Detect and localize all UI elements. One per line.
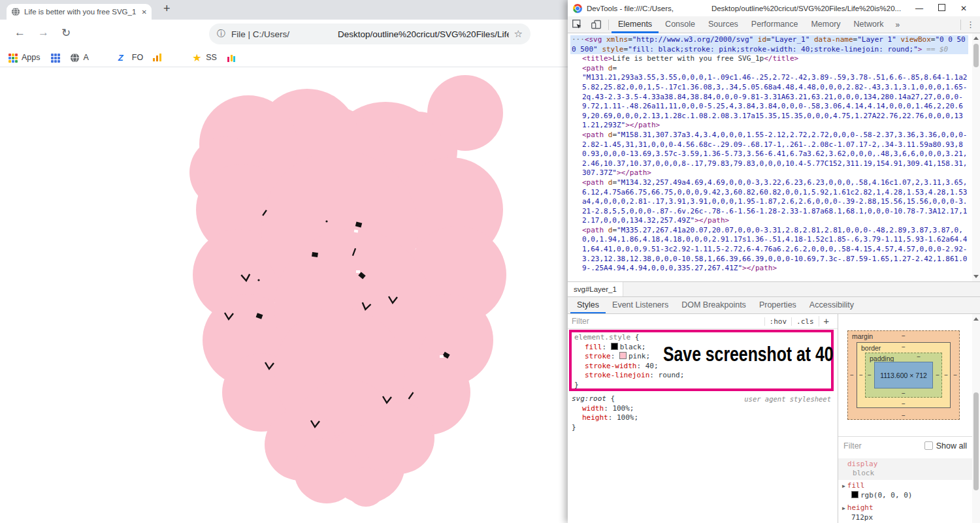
- margin-top-value[interactable]: −: [902, 332, 906, 340]
- margin-left-value[interactable]: −: [850, 371, 854, 378]
- show-all-checkbox[interactable]: [924, 441, 933, 450]
- property-name[interactable]: width: [582, 404, 604, 413]
- bookmark-item[interactable]: [99, 53, 108, 63]
- bookmark-item[interactable]: ★SS: [192, 53, 217, 63]
- computed-name-row[interactable]: ▶height: [842, 503, 972, 513]
- scroll-thumb[interactable]: [973, 44, 979, 67]
- bookmark-item[interactable]: A: [70, 53, 89, 63]
- sidetab-properties[interactable]: Properties: [753, 297, 803, 313]
- dom-node[interactable]: <path d=: [570, 64, 968, 74]
- property-name[interactable]: stroke: [585, 352, 611, 360]
- new-style-rule-button[interactable]: +: [819, 316, 834, 326]
- tab-network[interactable]: Network: [847, 16, 890, 33]
- dom-node[interactable]: "M131.21,293a3.55,3.55,0,0,0,1-.09c1.46-…: [570, 73, 968, 131]
- scroll-up-icon[interactable]: [973, 37, 979, 40]
- border-bottom-value[interactable]: −: [902, 400, 906, 407]
- sidetab-styles[interactable]: Styles: [570, 297, 606, 313]
- computed-name-row[interactable]: ▶fill: [842, 481, 972, 491]
- inspect-element-icon[interactable]: [572, 19, 583, 30]
- computed-property[interactable]: ▶height712px: [838, 502, 972, 523]
- scroll-up-icon[interactable]: [973, 317, 979, 321]
- scroll-thumb[interactable]: [973, 392, 979, 490]
- devtools-menu-icon[interactable]: ⋮: [966, 20, 975, 29]
- border-top-value[interactable]: −: [902, 343, 906, 351]
- property-value[interactable]: 40;: [645, 362, 659, 370]
- sidetab-dom-breakpoints[interactable]: DOM Breakpoints: [675, 297, 753, 313]
- minimize-button[interactable]: —: [908, 4, 930, 13]
- forward-icon[interactable]: →: [38, 26, 49, 39]
- new-tab-button[interactable]: +: [163, 2, 171, 16]
- tab-sources[interactable]: Sources: [702, 16, 745, 33]
- style-property[interactable]: height: 100%;: [572, 413, 831, 423]
- rule-selector[interactable]: svg:root: [572, 394, 606, 403]
- sidebar-scrollbar[interactable]: [972, 314, 980, 523]
- address-bar[interactable]: ⓘ File | C:/Users/ Desktop/outline%20cri…: [209, 24, 531, 44]
- sidetab-event-listeners[interactable]: Event Listeners: [606, 297, 675, 313]
- bar-chart-icon: [153, 53, 163, 61]
- styles-filter-input[interactable]: Filter: [572, 317, 764, 326]
- computed-filter-input[interactable]: Filter: [843, 441, 924, 451]
- computed-property[interactable]: ▶fillrgb(0, 0, 0): [838, 480, 972, 502]
- bookmark-item[interactable]: Apps: [8, 53, 41, 63]
- margin-bottom-value[interactable]: −: [902, 412, 906, 419]
- border-right-value[interactable]: −: [944, 371, 948, 378]
- color-swatch[interactable]: [619, 352, 627, 359]
- toggle-class-button[interactable]: .cls: [791, 317, 819, 326]
- bookmark-item[interactable]: ZFO: [118, 53, 143, 63]
- property-name[interactable]: stroke-linejoin: [585, 371, 649, 379]
- tab-elements[interactable]: Elements: [612, 16, 659, 33]
- dom-node[interactable]: <path d="M158.31,307.37a3.4,3.4,0,0,0,1.…: [570, 131, 968, 178]
- elements-tree: ···<svg xmlns="http://www.w3.org/2000/sv…: [568, 33, 972, 281]
- breadcrumb[interactable]: svg#Layer_1: [568, 282, 623, 296]
- expand-arrow-icon[interactable]: ▶: [842, 483, 845, 489]
- bookmark-star-icon[interactable]: ☆: [514, 28, 523, 40]
- sidetab-accessibility[interactable]: Accessibility: [803, 297, 860, 313]
- style-property[interactable]: stroke-linejoin: round;: [574, 371, 828, 381]
- tab-memory[interactable]: Memory: [804, 16, 847, 33]
- bookmark-item[interactable]: [172, 53, 182, 63]
- margin-right-value[interactable]: −: [953, 371, 957, 378]
- bookmark-item[interactable]: [153, 53, 163, 63]
- border-left-value[interactable]: −: [859, 371, 863, 378]
- property-name[interactable]: stroke-width: [585, 362, 636, 370]
- property-name[interactable]: fill: [585, 343, 602, 351]
- computed-name-row[interactable]: display: [847, 460, 972, 469]
- back-icon[interactable]: ←: [14, 26, 25, 39]
- padding-top-value[interactable]: −: [917, 353, 921, 360]
- rule-selector[interactable]: element.style: [574, 333, 630, 341]
- bookmark-item[interactable]: [227, 53, 237, 63]
- padding-right-value[interactable]: −: [936, 371, 939, 378]
- dom-node[interactable]: <path d="M335.27,267.41a20.07,20.07,0,0,…: [570, 226, 968, 274]
- device-toolbar-icon[interactable]: [591, 19, 602, 30]
- tab-console[interactable]: Console: [659, 16, 702, 33]
- bookmark-item[interactable]: [50, 53, 60, 63]
- elements-scrollbar[interactable]: [972, 33, 980, 281]
- close-button[interactable]: ✕: [953, 4, 975, 13]
- more-tabs-chevron[interactable]: »: [890, 20, 905, 29]
- expand-arrow-icon[interactable]: ▶: [842, 505, 845, 511]
- browser-tab[interactable]: Life is better with you free SVG_1 ✕: [7, 4, 152, 20]
- dom-node[interactable]: <path d="M134.32,257.49a4.69,4.69,0,0,0-…: [570, 178, 968, 226]
- maximize-button[interactable]: [930, 4, 953, 13]
- reload-icon[interactable]: ↻: [61, 26, 71, 40]
- computed-property[interactable]: displayblock: [838, 458, 972, 480]
- confetti-icon: [227, 53, 237, 63]
- property-value[interactable]: 100%;: [612, 404, 634, 413]
- property-value[interactable]: pink;: [629, 352, 650, 360]
- box-model-content[interactable]: 1113.600 × 712: [874, 362, 933, 388]
- property-name[interactable]: height: [582, 413, 608, 422]
- property-value[interactable]: 100%;: [617, 413, 638, 422]
- color-swatch[interactable]: [611, 343, 618, 350]
- style-property[interactable]: width: 100%;: [572, 404, 831, 414]
- padding-left-value[interactable]: −: [868, 371, 872, 378]
- scroll-down-icon[interactable]: [973, 275, 979, 278]
- dom-node[interactable]: <title>Life is better with you free SVG_…: [570, 54, 968, 64]
- dom-node-svg-selected[interactable]: ···<svg xmlns="http://www.w3.org/2000/sv…: [570, 35, 968, 54]
- property-value[interactable]: round;: [659, 371, 685, 379]
- tab-performance[interactable]: Performance: [745, 16, 805, 33]
- property-value[interactable]: black;: [620, 343, 646, 351]
- toggle-hover-state-button[interactable]: :hov: [764, 317, 792, 326]
- page-info-icon[interactable]: ⓘ: [217, 28, 225, 40]
- padding-bottom-value[interactable]: −: [902, 390, 906, 397]
- tab-close-icon[interactable]: ✕: [142, 8, 147, 16]
